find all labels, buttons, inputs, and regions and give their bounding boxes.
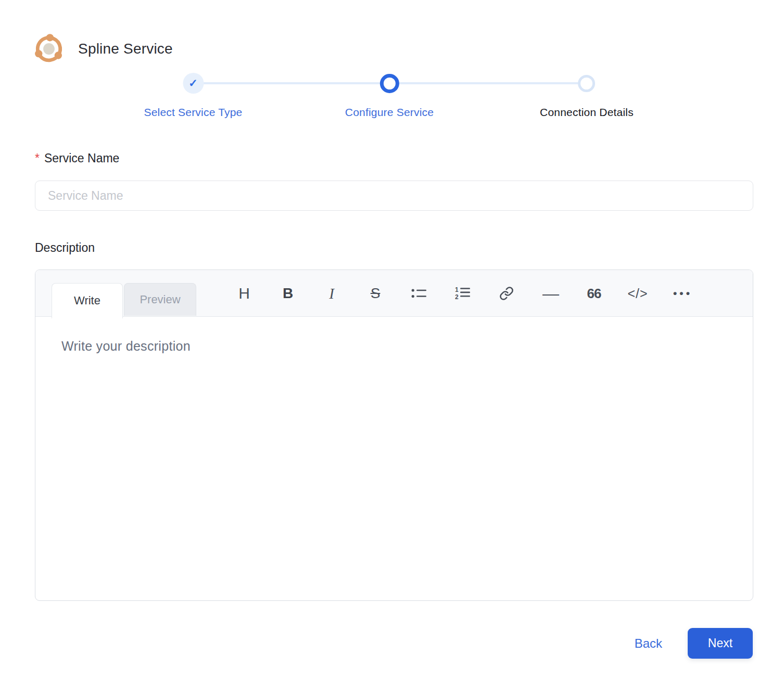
- step-select-service-type[interactable]: ✓ Select Service Type: [144, 72, 242, 119]
- spline-service-logo-icon: [31, 31, 67, 67]
- svg-text:2: 2: [455, 293, 459, 301]
- page-title: Spline Service: [78, 41, 173, 57]
- heading-icon[interactable]: H: [222, 270, 266, 317]
- service-name-label: * Service Name: [35, 151, 119, 165]
- numbered-list-icon[interactable]: 1 2: [441, 270, 485, 317]
- step-upcoming-circle-icon: [578, 75, 596, 92]
- editor-toolbar: H B I S 1 2: [222, 270, 703, 317]
- strikethrough-icon[interactable]: S: [353, 270, 397, 317]
- horizontal-rule-icon[interactable]: —: [528, 270, 572, 317]
- bold-icon[interactable]: B: [266, 270, 310, 317]
- required-asterisk: *: [35, 151, 40, 165]
- app-header: Spline Service: [31, 31, 173, 67]
- step-label: Configure Service: [345, 106, 434, 119]
- step-completed-check-icon: ✓: [183, 73, 204, 94]
- back-button[interactable]: Back: [635, 636, 662, 651]
- tab-write[interactable]: Write: [52, 283, 123, 318]
- wizard-stepper: ✓ Select Service Type Configure Service …: [35, 72, 753, 129]
- code-icon[interactable]: </>: [616, 270, 660, 317]
- italic-icon[interactable]: I: [310, 270, 353, 317]
- step-label: Connection Details: [540, 106, 634, 119]
- svg-text:1: 1: [455, 286, 459, 293]
- quote-icon[interactable]: 66: [572, 270, 616, 317]
- step-configure-service[interactable]: Configure Service: [345, 72, 434, 119]
- more-options-icon[interactable]: •••: [660, 270, 703, 317]
- next-button[interactable]: Next: [688, 628, 753, 659]
- service-name-input[interactable]: [35, 181, 753, 211]
- footer-actions: Back Next: [635, 628, 753, 659]
- chain-link-icon[interactable]: [485, 270, 528, 317]
- description-label: Description: [35, 241, 95, 255]
- step-label: Select Service Type: [144, 106, 242, 119]
- bullet-list-icon[interactable]: [397, 270, 441, 317]
- tab-preview[interactable]: Preview: [124, 283, 196, 316]
- step-active-circle-icon: [380, 74, 399, 93]
- markdown-editor: Write Preview H B I S 1: [35, 270, 753, 601]
- step-connection-details[interactable]: Connection Details: [540, 72, 634, 119]
- description-textarea[interactable]: [35, 318, 753, 600]
